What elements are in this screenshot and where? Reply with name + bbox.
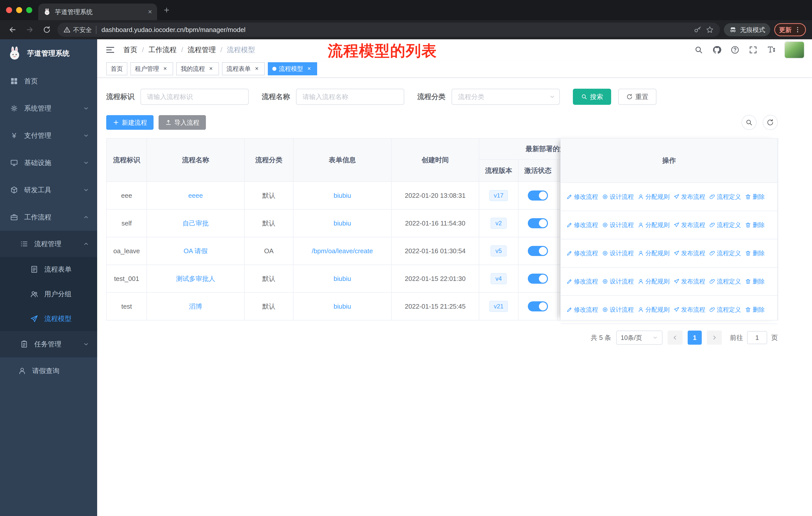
font-size-icon[interactable] [767,45,776,54]
form-info-link[interactable]: biubiu [334,303,351,310]
edit-process-link[interactable]: 修改流程 [566,277,598,286]
process-name-link[interactable]: 滔博 [189,303,202,310]
sidebar-item-home[interactable]: 首页 [0,67,97,95]
publish-process-link[interactable]: 发布流程 [673,193,705,201]
close-icon[interactable]: × [306,65,313,72]
breadcrumb-process-management[interactable]: 流程管理 [188,45,216,55]
process-name-input[interactable] [296,89,404,105]
assign-rules-link[interactable]: 分配规则 [638,306,670,314]
github-icon[interactable] [712,45,721,54]
bookmark-star-icon[interactable] [706,26,714,34]
delete-link[interactable]: 删除 [745,193,765,201]
assign-rules-link[interactable]: 分配规则 [638,249,670,257]
sidebar-item-infrastructure[interactable]: 基础设施 [0,149,97,176]
delete-link[interactable]: 删除 [745,221,765,229]
edit-process-link[interactable]: 修改流程 [566,306,598,314]
fullscreen-icon[interactable] [749,45,758,54]
security-indicator[interactable]: 不安全 [63,26,92,34]
window-close-button[interactable] [6,7,12,13]
active-toggle[interactable] [528,218,548,228]
process-name-link[interactable]: 自己审批 [182,219,209,227]
form-info-link[interactable]: biubiu [334,219,351,227]
search-button[interactable]: 搜索 [573,89,611,105]
window-minimize-button[interactable] [16,7,22,13]
tag-home[interactable]: 首页 [106,62,127,75]
prev-page-button[interactable] [668,331,683,345]
sidebar-item-payment[interactable]: ¥ 支付管理 [0,122,97,149]
form-info-link[interactable]: biubiu [334,275,351,282]
tag-my-process[interactable]: 我的流程× [176,62,219,75]
new-tab-button[interactable] [163,6,170,13]
active-toggle[interactable] [528,246,548,256]
assign-rules-link[interactable]: 分配规则 [638,193,670,201]
chrome-update-button[interactable]: 更新 [774,23,806,36]
active-toggle[interactable] [528,190,548,200]
url-text[interactable]: dashboard.yudao.iocoder.cn/bpm/manager/m… [96,26,245,34]
search-icon[interactable] [694,45,703,54]
process-definition-link[interactable]: 流程定义 [709,221,741,229]
design-process-link[interactable]: 设计流程 [602,306,634,314]
user-avatar[interactable] [785,42,804,58]
sidebar-item-devtools[interactable]: 研发工具 [0,176,97,203]
process-definition-link[interactable]: 流程定义 [709,249,741,257]
tag-tenant[interactable]: 租户管理× [130,62,173,75]
sidebar-logo[interactable]: 芋道管理系统 [0,39,97,67]
active-toggle[interactable] [528,301,548,311]
create-process-button[interactable]: 新建流程 [106,115,153,130]
assign-rules-link[interactable]: 分配规则 [638,221,670,229]
process-definition-link[interactable]: 流程定义 [709,306,741,314]
reset-button[interactable]: 重置 [618,89,657,105]
process-name-link[interactable]: eeee [188,192,203,199]
browser-reload-button[interactable] [40,23,53,36]
browser-tab[interactable]: 芋道管理系统 × [38,3,157,20]
browser-back-button[interactable] [6,23,19,36]
sidebar-item-task-management[interactable]: 任务管理 [0,331,97,357]
import-process-button[interactable]: 导入流程 [158,115,206,130]
edit-process-link[interactable]: 修改流程 [566,221,598,229]
design-process-link[interactable]: 设计流程 [602,193,634,201]
delete-link[interactable]: 删除 [745,277,765,286]
sidebar-collapse-icon[interactable] [105,45,115,55]
sidebar-item-process-model[interactable]: 流程模型 [0,306,97,331]
browser-forward-button[interactable] [23,23,36,36]
page-number-1[interactable]: 1 [688,331,702,345]
process-id-input[interactable] [141,89,249,105]
sidebar-item-user-group[interactable]: 用户分组 [0,282,97,306]
design-process-link[interactable]: 设计流程 [602,277,634,286]
next-page-button[interactable] [707,331,722,345]
assign-rules-link[interactable]: 分配规则 [638,277,670,286]
design-process-link[interactable]: 设计流程 [602,221,634,229]
address-bar[interactable]: 不安全 dashboard.yudao.iocoder.cn/bpm/manag… [57,23,720,37]
page-size-select[interactable]: 10条/页 [616,331,663,345]
edit-process-link[interactable]: 修改流程 [566,193,598,201]
tag-process-model[interactable]: 流程模型× [268,62,317,75]
toggle-search-button[interactable] [742,115,757,130]
tag-process-form[interactable]: 流程表单× [222,62,265,75]
form-info-link[interactable]: biubiu [334,192,351,199]
breadcrumb-home[interactable]: 首页 [123,45,138,55]
process-definition-link[interactable]: 流程定义 [709,193,741,201]
process-definition-link[interactable]: 流程定义 [709,277,741,286]
publish-process-link[interactable]: 发布流程 [673,249,705,257]
refresh-table-button[interactable] [763,115,778,130]
help-icon[interactable] [730,45,740,54]
delete-link[interactable]: 删除 [745,306,765,314]
goto-page-input[interactable] [747,331,767,344]
sidebar-item-process-management[interactable]: 流程管理 [0,231,97,257]
sidebar-item-process-form[interactable]: 流程表单 [0,257,97,282]
edit-process-link[interactable]: 修改流程 [566,249,598,257]
process-name-link[interactable]: OA 请假 [183,247,207,255]
close-icon[interactable]: × [253,65,260,72]
sidebar-item-workflow[interactable]: 工作流程 [0,203,97,231]
sidebar-item-leave-query[interactable]: 请假查询 [0,357,97,384]
close-icon[interactable]: × [162,65,169,72]
process-name-link[interactable]: 测试多审批人 [176,275,215,282]
category-select[interactable]: 流程分类 [452,89,560,105]
tab-close-icon[interactable]: × [148,8,152,16]
form-info-link[interactable]: /bpm/oa/leave/create [312,247,373,255]
password-key-icon[interactable] [694,26,702,34]
active-toggle[interactable] [528,274,548,284]
publish-process-link[interactable]: 发布流程 [673,277,705,286]
publish-process-link[interactable]: 发布流程 [673,306,705,314]
browser-menu-dots-icon[interactable] [794,26,801,33]
